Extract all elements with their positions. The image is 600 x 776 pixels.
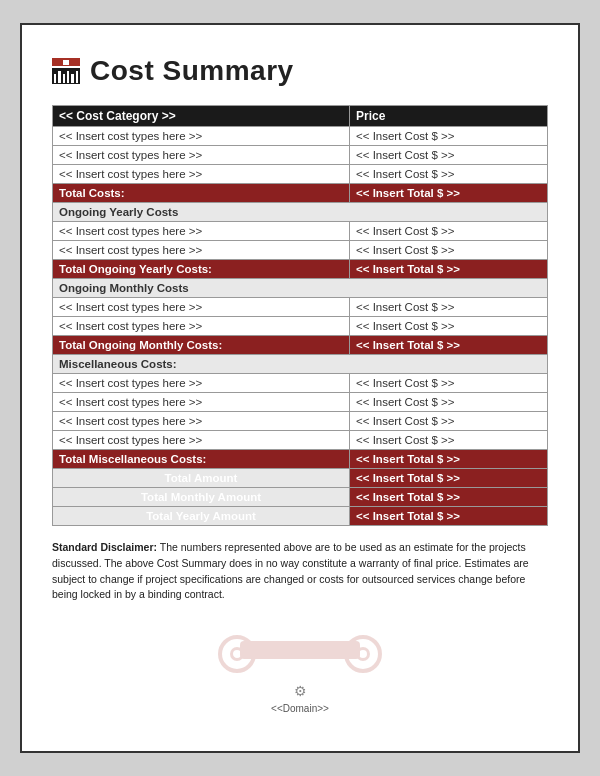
- table-row: << Insert cost types here >> << Insert C…: [53, 146, 548, 165]
- cell-price: << Insert Cost $ >>: [350, 165, 548, 184]
- cell-section-header: Ongoing Yearly Costs: [53, 203, 548, 222]
- cell-category: << Insert cost types here >>: [53, 127, 350, 146]
- table-row: << Insert cost types here >> << Insert C…: [53, 241, 548, 260]
- table-row: Miscellaneous Costs:: [53, 355, 548, 374]
- cell-category: << Insert cost types here >>: [53, 412, 350, 431]
- table-row: << Insert cost types here >> << Insert C…: [53, 374, 548, 393]
- col-price-header: Price: [350, 106, 548, 127]
- table-row: << Insert cost types here >> << Insert C…: [53, 165, 548, 184]
- cell-category: << Insert cost types here >>: [53, 241, 350, 260]
- cell-price: << Insert Cost $ >>: [350, 222, 548, 241]
- cell-category: << Insert cost types here >>: [53, 146, 350, 165]
- building-icon: [52, 58, 80, 84]
- cell-price: << Insert Cost $ >>: [350, 412, 548, 431]
- cell-price: << Insert Cost $ >>: [350, 317, 548, 336]
- cell-section-header: Miscellaneous Costs:: [53, 355, 548, 374]
- table-row: << Insert cost types here >> << Insert C…: [53, 431, 548, 450]
- table-row: << Insert cost types here >> << Insert C…: [53, 127, 548, 146]
- table-row: Total Ongoing Monthly Costs: << Insert T…: [53, 336, 548, 355]
- cell-price: << Insert Cost $ >>: [350, 393, 548, 412]
- table-row: Total Yearly Amount << Insert Total $ >>: [53, 507, 548, 526]
- table-body: << Insert cost types here >> << Insert C…: [53, 127, 548, 526]
- cell-price: << Insert Cost $ >>: [350, 127, 548, 146]
- table-row: Total Monthly Amount << Insert Total $ >…: [53, 488, 548, 507]
- table-row: Ongoing Monthly Costs: [53, 279, 548, 298]
- disclaimer: Standard Disclaimer: The numbers represe…: [52, 540, 548, 603]
- cell-summary-value: << Insert Total $ >>: [350, 507, 548, 526]
- table-row: << Insert cost types here >> << Insert C…: [53, 222, 548, 241]
- table-row: << Insert cost types here >> << Insert C…: [53, 412, 548, 431]
- table-row: << Insert cost types here >> << Insert C…: [53, 317, 548, 336]
- disclaimer-label: Standard Disclaimer:: [52, 541, 157, 553]
- cell-total-value: << Insert Total $ >>: [350, 184, 548, 203]
- page-title: Cost Summary: [90, 55, 294, 87]
- cell-category: << Insert cost types here >>: [53, 298, 350, 317]
- col-category-header: << Cost Category >>: [53, 106, 350, 127]
- table-row: Total Amount << Insert Total $ >>: [53, 469, 548, 488]
- table-row: Ongoing Yearly Costs: [53, 203, 548, 222]
- cell-section-header: Ongoing Monthly Costs: [53, 279, 548, 298]
- cell-price: << Insert Cost $ >>: [350, 146, 548, 165]
- table-row: Total Costs: << Insert Total $ >>: [53, 184, 548, 203]
- table-row: << Insert cost types here >> << Insert C…: [53, 393, 548, 412]
- page: Cost Summary << Cost Category >> Price <…: [20, 23, 580, 753]
- table-row: << Insert cost types here >> << Insert C…: [53, 298, 548, 317]
- cell-total-label: Total Miscellaneous Costs:: [53, 450, 350, 469]
- cell-total-value: << Insert Total $ >>: [350, 336, 548, 355]
- cell-price: << Insert Cost $ >>: [350, 241, 548, 260]
- cell-total-label: Total Ongoing Monthly Costs:: [53, 336, 350, 355]
- cell-total-value: << Insert Total $ >>: [350, 450, 548, 469]
- table-row: Total Ongoing Yearly Costs: << Insert To…: [53, 260, 548, 279]
- cell-summary-label: Total Amount: [53, 469, 350, 488]
- table-row: Total Miscellaneous Costs: << Insert Tot…: [53, 450, 548, 469]
- cell-category: << Insert cost types here >>: [53, 165, 350, 184]
- cell-summary-value: << Insert Total $ >>: [350, 469, 548, 488]
- watermark: [52, 613, 548, 683]
- cost-table: << Cost Category >> Price << Insert cost…: [52, 105, 548, 526]
- cell-total-value: << Insert Total $ >>: [350, 260, 548, 279]
- cell-category: << Insert cost types here >>: [53, 431, 350, 450]
- cell-category: << Insert cost types here >>: [53, 374, 350, 393]
- cell-price: << Insert Cost $ >>: [350, 298, 548, 317]
- cell-total-label: Total Costs:: [53, 184, 350, 203]
- cell-category: << Insert cost types here >>: [53, 222, 350, 241]
- footer-domain: <<Domain>>: [52, 703, 548, 714]
- footer-icon: ⚙: [52, 683, 548, 699]
- cell-price: << Insert Cost $ >>: [350, 374, 548, 393]
- cell-summary-label: Total Monthly Amount: [53, 488, 350, 507]
- cell-total-label: Total Ongoing Yearly Costs:: [53, 260, 350, 279]
- cell-summary-value: << Insert Total $ >>: [350, 488, 548, 507]
- cell-category: << Insert cost types here >>: [53, 393, 350, 412]
- table-header-row: << Cost Category >> Price: [53, 106, 548, 127]
- cell-price: << Insert Cost $ >>: [350, 431, 548, 450]
- page-header: Cost Summary: [52, 55, 548, 87]
- cell-summary-label: Total Yearly Amount: [53, 507, 350, 526]
- cell-category: << Insert cost types here >>: [53, 317, 350, 336]
